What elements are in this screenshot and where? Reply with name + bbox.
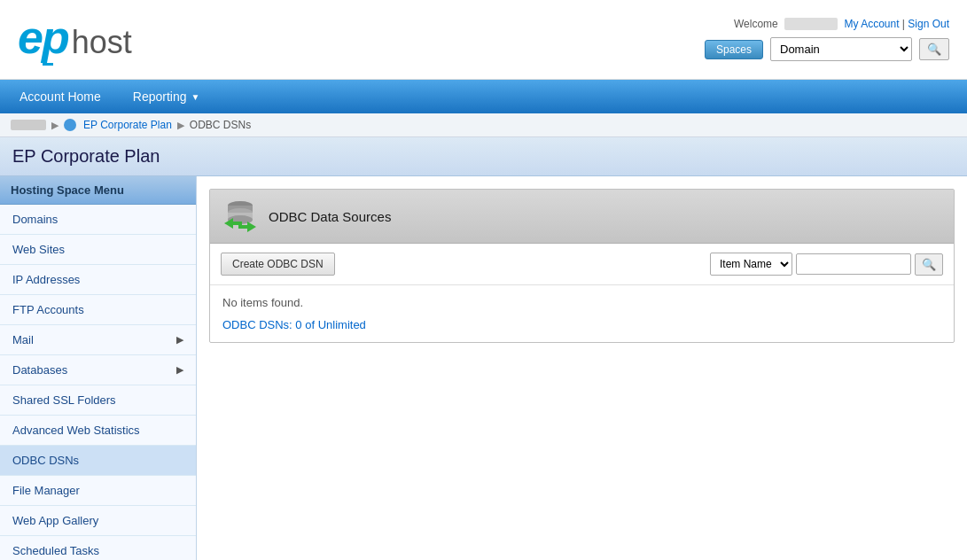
- header-search-icon: 🔍: [927, 43, 941, 56]
- logo-host: host: [72, 24, 132, 61]
- odbc-stats: ODBC DSNs: 0 of Unlimited: [222, 318, 941, 331]
- logo-ep: ep: [18, 14, 68, 60]
- breadcrumb: ▶ EP Corporate Plan ▶ ODBC DSNs: [0, 113, 967, 137]
- spaces-button[interactable]: Spaces: [705, 40, 763, 59]
- odbc-search-area: Item Name 🔍: [710, 253, 943, 276]
- breadcrumb-current: ODBC DSNs: [190, 119, 251, 131]
- header-right: Welcome My Account | Sign Out Spaces Dom…: [705, 18, 949, 62]
- odbc-icon: [222, 198, 258, 234]
- sidebar-item-scheduled-tasks[interactable]: Scheduled Tasks: [0, 536, 196, 560]
- item-name-select[interactable]: Item Name: [710, 253, 792, 276]
- sidebar-item-domains[interactable]: Domains: [0, 205, 196, 235]
- odbc-header: ODBC Data Sources: [210, 190, 954, 244]
- breadcrumb-plan-icon: [64, 119, 76, 131]
- logo: ep host: [18, 14, 132, 66]
- sidebar-item-web-stats[interactable]: Advanced Web Statistics: [0, 416, 196, 446]
- logo-underline: [43, 63, 53, 66]
- sidebar-title: Hosting Space Menu: [0, 176, 196, 205]
- databases-arrow-icon: ▶: [176, 364, 183, 376]
- sidebar-item-odbc-dsns[interactable]: ODBC DSNs: [0, 446, 196, 476]
- nav-reporting[interactable]: Reporting ▼: [117, 80, 216, 113]
- mail-arrow-icon: ▶: [176, 334, 183, 346]
- sidebar-item-web-app-gallery[interactable]: Web App Gallery: [0, 506, 196, 536]
- page-title-bar: EP Corporate Plan: [0, 137, 967, 176]
- sidebar-item-databases[interactable]: Databases ▶: [0, 355, 196, 385]
- sign-out-link[interactable]: Sign Out: [908, 18, 949, 30]
- reporting-dropdown-arrow: ▼: [191, 92, 200, 102]
- header-search-button[interactable]: 🔍: [919, 38, 949, 60]
- create-odbc-dsn-button[interactable]: Create ODBC DSN: [221, 253, 335, 276]
- breadcrumb-home-placeholder: [11, 120, 46, 130]
- spaces-section: Spaces Domain Hosting Email 🔍: [705, 37, 949, 61]
- odbc-search-button[interactable]: 🔍: [915, 253, 943, 276]
- sidebar-item-ip-addresses[interactable]: IP Addresses: [0, 265, 196, 295]
- welcome-label: Welcome: [734, 18, 778, 30]
- sidebar-item-ftp-accounts[interactable]: FTP Accounts: [0, 295, 196, 325]
- sidebar-item-websites[interactable]: Web Sites: [0, 235, 196, 265]
- breadcrumb-plan-link[interactable]: EP Corporate Plan: [83, 119, 172, 131]
- sidebar: Hosting Space Menu Domains Web Sites IP …: [0, 176, 197, 560]
- header: ep host Welcome My Account | Sign Out Sp…: [0, 0, 967, 80]
- sidebar-item-shared-ssl[interactable]: Shared SSL Folders: [0, 385, 196, 416]
- content: ODBC Data Sources Create ODBC DSN Item N…: [197, 176, 967, 560]
- welcome-user: [784, 18, 838, 30]
- odbc-search-input[interactable]: [796, 253, 911, 275]
- welcome-bar: Welcome My Account | Sign Out: [734, 18, 949, 31]
- odbc-toolbar: Create ODBC DSN Item Name 🔍: [210, 244, 954, 285]
- no-items-message: No items found.: [222, 296, 941, 309]
- odbc-search-icon: 🔍: [922, 258, 936, 271]
- page-title: EP Corporate Plan: [12, 146, 955, 167]
- navbar: Account Home Reporting ▼: [0, 80, 967, 113]
- odbc-panel: ODBC Data Sources Create ODBC DSN Item N…: [209, 189, 955, 343]
- sidebar-item-file-manager[interactable]: File Manager: [0, 476, 196, 506]
- breadcrumb-arrow-1: ▶: [51, 120, 58, 131]
- domain-select[interactable]: Domain Hosting Email: [770, 37, 912, 61]
- odbc-title: ODBC Data Sources: [269, 209, 391, 224]
- breadcrumb-arrow-2: ▶: [177, 120, 184, 131]
- my-account-link[interactable]: My Account: [844, 18, 899, 30]
- odbc-content: No items found. ODBC DSNs: 0 of Unlimite…: [210, 285, 954, 342]
- main-layout: Hosting Space Menu Domains Web Sites IP …: [0, 176, 967, 560]
- sidebar-item-mail[interactable]: Mail ▶: [0, 325, 196, 355]
- nav-account-home[interactable]: Account Home: [4, 80, 117, 113]
